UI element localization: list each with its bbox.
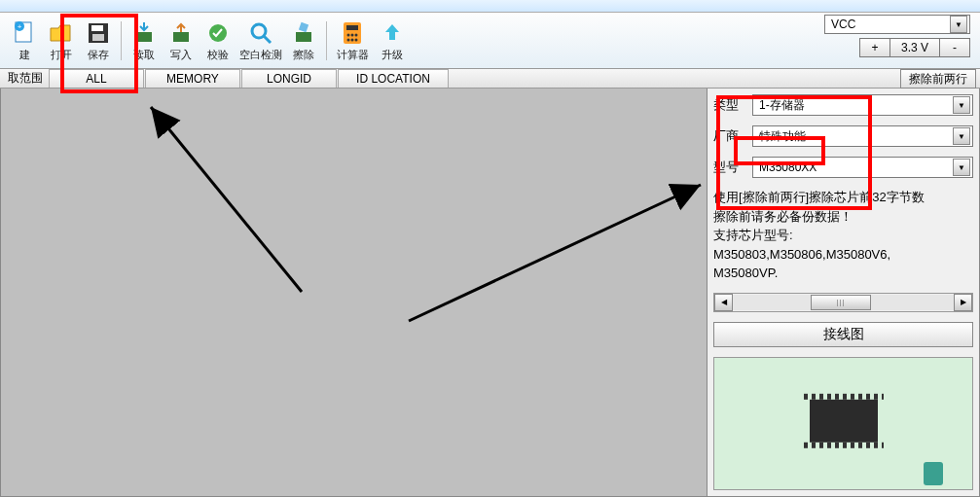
read-button[interactable]: 读取	[127, 19, 161, 62]
chevron-down-icon: ▼	[953, 159, 970, 176]
tbtn-label: 擦除	[293, 48, 314, 62]
body: 类型 1-存储器 ▼ 厂商 特殊功能 ▼ 型号 M35080XX ▼	[0, 89, 980, 497]
svg-point-20	[355, 38, 358, 41]
chip-read-icon	[130, 19, 158, 47]
save-button[interactable]: 保存	[82, 19, 115, 62]
tab-idlocation[interactable]: ID LOCATION	[338, 69, 449, 88]
blank-check-icon	[247, 19, 274, 47]
svg-point-17	[355, 33, 358, 36]
floppy-icon	[85, 19, 112, 47]
scroll-right-icon[interactable]: ▶	[954, 294, 972, 311]
tbtn-label: 保存	[88, 48, 109, 62]
svg-rect-5	[92, 34, 104, 41]
separator	[326, 21, 327, 60]
svg-point-9	[252, 24, 266, 38]
window-titlebar	[0, 0, 980, 13]
vcc-plus-button[interactable]: +	[860, 39, 890, 56]
tab-all[interactable]: ALL	[49, 69, 144, 88]
vcc-minus-button[interactable]: -	[940, 39, 969, 56]
vcc-panel: VCC ▼ + 3.3 V -	[824, 15, 970, 57]
tbtn-label: 写入	[170, 48, 192, 62]
svg-point-16	[351, 33, 354, 36]
type-row: 类型 1-存储器 ▼	[713, 94, 973, 116]
svg-point-15	[347, 33, 350, 36]
svg-point-18	[347, 38, 350, 41]
svg-point-19	[351, 38, 354, 41]
tbtn-label: 计算器	[337, 48, 369, 62]
type-select[interactable]: 1-存储器 ▼	[752, 94, 973, 116]
model-value: M35080XX	[759, 160, 817, 174]
file-plus-icon: +	[11, 19, 38, 47]
tbtn-label: 建	[19, 48, 30, 62]
svg-line-10	[264, 36, 271, 43]
tbtn-label: 打开	[51, 48, 72, 62]
info-line: M35080VP.	[713, 264, 973, 283]
tab-memory[interactable]: MEMORY	[145, 69, 240, 88]
horizontal-scrollbar[interactable]: ◀ ||| ▶	[713, 293, 973, 312]
separator	[121, 21, 122, 60]
chip-info-text: 使用[擦除前两行]擦除芯片前32字节数 擦除前请务必备份数据！ 支持芯片型号: …	[713, 188, 973, 283]
chevron-down-icon: ▼	[950, 16, 967, 33]
vendor-row: 厂商 特殊功能 ▼	[713, 125, 973, 147]
info-line: M350803,M350806,M35080V6,	[713, 245, 973, 265]
chip-graphic	[810, 400, 878, 443]
svg-rect-7	[173, 32, 189, 42]
vcc-stepper: + 3.3 V -	[859, 38, 970, 57]
chip-write-icon	[167, 19, 195, 47]
wiring-diagram-image	[713, 357, 973, 491]
scroll-left-icon[interactable]: ◀	[714, 294, 733, 311]
range-tabbar: 取范围 ALL MEMORY LONGID ID LOCATION 擦除前两行	[0, 69, 980, 89]
svg-rect-6	[136, 32, 152, 42]
info-line: 使用[擦除前两行]擦除芯片前32字节数	[713, 188, 973, 207]
vcc-value: 3.3 V	[890, 39, 940, 56]
upgrade-icon	[379, 19, 406, 47]
vendor-select[interactable]: 特殊功能 ▼	[752, 125, 973, 147]
verify-icon	[204, 19, 232, 47]
vcc-select-label: VCC	[831, 18, 855, 31]
type-label: 类型	[713, 96, 746, 114]
main-toolbar: + 建 打开 保存 读取 写入 校验 空白检测 擦除	[0, 13, 980, 69]
erase-first-two-rows-button[interactable]: 擦除前两行	[900, 69, 976, 89]
svg-rect-4	[91, 25, 103, 31]
model-row: 型号 M35080XX ▼	[713, 157, 973, 178]
chevron-down-icon: ▼	[953, 127, 970, 145]
folder-open-icon	[48, 19, 75, 47]
chevron-down-icon: ▼	[953, 96, 970, 114]
side-panel: 类型 1-存储器 ▼ 厂商 特殊功能 ▼ 型号 M35080XX ▼	[708, 89, 980, 497]
calculator-icon	[339, 19, 366, 47]
calc-button[interactable]: 计算器	[333, 19, 372, 62]
model-label: 型号	[713, 159, 746, 176]
blank-button[interactable]: 空白检测	[238, 19, 283, 62]
tbtn-label: 读取	[133, 48, 155, 62]
info-line: 支持芯片型号:	[713, 226, 973, 245]
app-window: + 建 打开 保存 读取 写入 校验 空白检测 擦除	[0, 0, 980, 497]
verify-button[interactable]: 校验	[201, 19, 235, 62]
model-select[interactable]: M35080XX ▼	[752, 157, 973, 178]
tbtn-label: 空白检测	[239, 48, 282, 62]
erase-icon	[290, 19, 317, 47]
tbtn-label: 校验	[207, 48, 229, 62]
open-button[interactable]: 打开	[45, 19, 78, 62]
tab-longid[interactable]: LONGID	[241, 69, 337, 88]
tbtn-label: 升级	[381, 48, 403, 62]
vendor-value: 特殊功能	[759, 128, 806, 145]
upgrade-button[interactable]: 升级	[376, 19, 409, 62]
svg-rect-11	[296, 32, 311, 42]
scroll-thumb[interactable]: |||	[811, 295, 871, 310]
erase-button[interactable]: 擦除	[287, 19, 320, 62]
svg-rect-14	[346, 25, 358, 30]
range-label: 取范围	[2, 69, 49, 88]
svg-text:+: +	[18, 22, 22, 31]
vcc-select[interactable]: VCC ▼	[824, 15, 970, 34]
wiring-diagram-button[interactable]: 接线图	[713, 322, 973, 347]
scroll-track[interactable]: |||	[733, 295, 954, 310]
capacitor-graphic	[924, 462, 943, 485]
new-button[interactable]: + 建	[8, 19, 41, 62]
info-line: 擦除前请务必备份数据！	[713, 207, 973, 227]
svg-rect-12	[299, 21, 309, 31]
write-button[interactable]: 写入	[164, 19, 198, 62]
hex-viewer[interactable]	[0, 89, 708, 497]
vendor-label: 厂商	[713, 127, 746, 145]
type-value: 1-存储器	[759, 97, 805, 114]
